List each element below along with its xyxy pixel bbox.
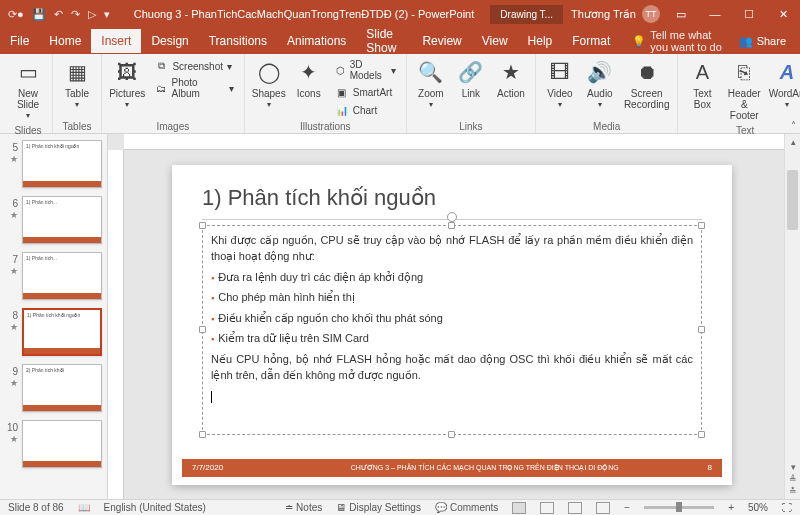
slide-thumbnails[interactable]: 5★1) Phân tích khối nguồn 6★1) Phân tích…: [0, 134, 108, 499]
user-area[interactable]: Thương Trần TT: [571, 5, 664, 23]
tab-help[interactable]: Help: [518, 29, 563, 53]
thumbnail[interactable]: 9★2) Phân tích khối: [0, 362, 107, 418]
new-slide-label: New Slide: [17, 88, 39, 110]
resize-handle[interactable]: [199, 326, 206, 333]
autosave-icon[interactable]: ⟳●: [8, 8, 24, 21]
smartart-button[interactable]: ▣SmartArt: [331, 84, 400, 100]
pictures-icon: 🖼: [113, 58, 141, 86]
workspace: 5★1) Phân tích khối nguồn 6★1) Phân tích…: [0, 134, 800, 499]
startfrombeginning-icon[interactable]: ▷: [88, 8, 96, 21]
ribbon-options-icon[interactable]: ▭: [664, 0, 698, 28]
group-text: AText Box ⎘Header & Footer AWordArt▾ Tex…: [678, 54, 800, 133]
sorter-view-icon[interactable]: [540, 502, 554, 514]
qat-more-icon[interactable]: ▾: [104, 8, 110, 21]
thumbnail[interactable]: 6★1) Phân tích...: [0, 194, 107, 250]
slide-title[interactable]: 1) Phân tích khối nguồn: [172, 165, 732, 219]
slide-edit-area[interactable]: 1) Phân tích khối nguồn Khi được cấp ngu…: [108, 134, 800, 499]
link-button[interactable]: 🔗Link: [453, 56, 489, 101]
photo-album-button[interactable]: 🗂Photo Album ▾: [150, 76, 237, 100]
icons-button[interactable]: ✦Icons: [291, 56, 327, 101]
fit-window-icon[interactable]: ⛶: [782, 502, 792, 513]
audio-button[interactable]: 🔊Audio▾: [582, 56, 618, 112]
scroll-up-icon[interactable]: ▴: [785, 134, 800, 150]
thumbnail[interactable]: 10★: [0, 418, 107, 474]
share-button[interactable]: 👥 Share: [725, 35, 800, 48]
zoom-percent[interactable]: 50%: [748, 502, 768, 513]
textbox-button[interactable]: AText Box: [684, 56, 720, 112]
chart-button[interactable]: 📊Chart: [331, 102, 400, 118]
normal-view-icon[interactable]: [512, 502, 526, 514]
textbox-body[interactable]: Khi được cấp nguồn, CPU sẽ truy cập vào …: [211, 232, 693, 405]
wordart-button[interactable]: AWordArt▾: [768, 56, 800, 112]
thumbnail[interactable]: 7★1) Phân tích...: [0, 250, 107, 306]
reading-view-icon[interactable]: [568, 502, 582, 514]
close-icon[interactable]: ✕: [766, 0, 800, 28]
screenshot-icon: ⧉: [154, 59, 168, 73]
slide-counter[interactable]: Slide 8 of 86: [8, 502, 64, 513]
scrollbar-thumb[interactable]: [787, 170, 798, 230]
header-footer-button[interactable]: ⎘Header & Footer: [724, 56, 764, 123]
horizontal-ruler[interactable]: [124, 134, 800, 150]
resize-handle[interactable]: [448, 222, 455, 229]
3dmodels-button[interactable]: ⬡3D Models ▾: [331, 58, 400, 82]
animation-star-icon: ★: [10, 266, 18, 276]
rotation-handle-icon[interactable]: [447, 212, 457, 222]
language-status[interactable]: English (United States): [104, 502, 206, 513]
zoom-slider[interactable]: [644, 506, 714, 509]
models-label: 3D Models: [350, 59, 387, 81]
tab-file[interactable]: File: [0, 29, 39, 53]
thumbnail[interactable]: 8★1) Phân tích khối nguồn: [0, 306, 107, 362]
share-label: Share: [757, 35, 786, 47]
resize-handle[interactable]: [199, 431, 206, 438]
tab-design[interactable]: Design: [141, 29, 198, 53]
table-button[interactable]: ▦ Table ▾: [59, 56, 95, 112]
notes-button[interactable]: ≐Notes: [285, 502, 322, 513]
tell-me[interactable]: 💡 Tell me what you want to do: [632, 29, 724, 53]
redo-icon[interactable]: ↷: [71, 8, 80, 21]
comments-button[interactable]: 💬Comments: [435, 502, 498, 513]
screenshot-button[interactable]: ⧉Screenshot ▾: [150, 58, 237, 74]
contextual-tab-label[interactable]: Drawing T...: [490, 5, 563, 24]
zoom-button[interactable]: 🔍Zoom▾: [413, 56, 449, 112]
tab-transitions[interactable]: Transitions: [199, 29, 277, 53]
shapes-button[interactable]: ◯Shapes▾: [251, 56, 287, 112]
group-slides: ▭ New Slide ▾ Slides: [4, 54, 53, 133]
resize-handle[interactable]: [698, 431, 705, 438]
zoom-out-icon[interactable]: −: [624, 502, 630, 513]
tab-home[interactable]: Home: [39, 29, 91, 53]
undo-icon[interactable]: ↶: [54, 8, 63, 21]
collapse-ribbon-icon[interactable]: ˄: [791, 120, 796, 131]
vertical-ruler[interactable]: [108, 150, 124, 499]
content-textbox[interactable]: Khi được cấp nguồn, CPU sẽ truy cập vào …: [202, 225, 702, 435]
thumbnail[interactable]: 5★1) Phân tích khối nguồn: [0, 138, 107, 194]
minimize-icon[interactable]: —: [698, 0, 732, 28]
spellcheck-icon[interactable]: 📖: [78, 502, 90, 513]
tab-insert[interactable]: Insert: [91, 29, 141, 53]
dropdown-icon: ▾: [125, 101, 129, 110]
tab-format[interactable]: Format: [562, 29, 620, 53]
display-settings-button[interactable]: 🖥Display Settings: [336, 502, 421, 513]
tab-view[interactable]: View: [472, 29, 518, 53]
vertical-scrollbar[interactable]: ▴ ▾ ≜ ≛: [784, 134, 800, 499]
slideshow-view-icon[interactable]: [596, 502, 610, 514]
group-label: Illustrations: [251, 119, 400, 133]
zoom-slider-handle[interactable]: [676, 502, 682, 512]
next-slide-icon[interactable]: ≛: [785, 483, 800, 499]
slide-canvas[interactable]: 1) Phân tích khối nguồn Khi được cấp ngu…: [172, 165, 732, 485]
resize-handle[interactable]: [698, 326, 705, 333]
action-button[interactable]: ★Action: [493, 56, 529, 101]
zoom-in-icon[interactable]: +: [728, 502, 734, 513]
resize-handle[interactable]: [448, 431, 455, 438]
resize-handle[interactable]: [698, 222, 705, 229]
save-icon[interactable]: 💾: [32, 8, 46, 21]
pictures-button[interactable]: 🖼 Pictures ▾: [108, 56, 146, 112]
tab-review[interactable]: Review: [412, 29, 471, 53]
resize-handle[interactable]: [199, 222, 206, 229]
maximize-icon[interactable]: ☐: [732, 0, 766, 28]
new-slide-button[interactable]: ▭ New Slide ▾: [10, 56, 46, 123]
video-button[interactable]: 🎞Video▾: [542, 56, 578, 112]
tab-animations[interactable]: Animations: [277, 29, 356, 53]
screenrec-button[interactable]: ⏺Screen Recording: [622, 56, 672, 112]
group-tables: ▦ Table ▾ Tables: [53, 54, 102, 133]
ribbon: ▭ New Slide ▾ Slides ▦ Table ▾ Tables 🖼 …: [0, 54, 800, 134]
